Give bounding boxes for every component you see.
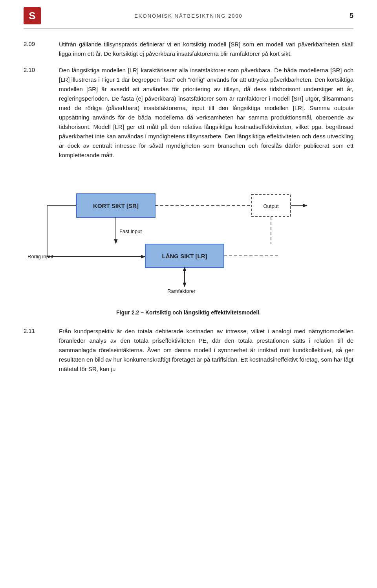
section-para-209-0: Utifrån gällande tillsynspraxis definier… <box>59 40 353 59</box>
diagram-container: KORT SIKT [SR] Fast input LÅNG SIKT [LR]… <box>24 174 353 300</box>
svg-text:Output: Output <box>263 203 278 209</box>
svg-text:Rörlig input: Rörlig input <box>27 254 53 259</box>
figure-caption: Figur 2.2 – Kortsiktig och långsiktig ef… <box>24 309 353 316</box>
section-para-210-0: Den långsiktiga modellen [LR] karaktäris… <box>59 66 353 160</box>
svg-text:Fast input: Fast input <box>119 228 142 234</box>
section-2-09: 2.09 Utifrån gällande tillsynspraxis def… <box>24 40 353 59</box>
section-number-209: 2.09 <box>24 40 59 59</box>
header-title: EKONOMISK NÄTBESIKTNING 2000 <box>41 13 336 19</box>
section-body-211: Från kundperspektiv är den totala debite… <box>59 327 353 374</box>
page-number: 5 <box>336 12 353 20</box>
section-body-209: Utifrån gällande tillsynspraxis definier… <box>59 40 353 59</box>
svg-text:S: S <box>29 10 35 22</box>
section-2-11: 2.11 Från kundperspektiv är den totala d… <box>24 327 353 374</box>
page-header: S EKONOMISK NÄTBESIKTNING 2000 5 <box>24 0 353 29</box>
diagram-svg: KORT SIKT [SR] Fast input LÅNG SIKT [LR]… <box>24 174 353 300</box>
section-number-210: 2.10 <box>24 66 59 160</box>
svg-text:KORT SIKT [SR]: KORT SIKT [SR] <box>93 202 139 209</box>
section-body-210: Den långsiktiga modellen [LR] karaktäris… <box>59 66 353 160</box>
section-para-211-0: Från kundperspektiv är den totala debite… <box>59 327 353 374</box>
logo-icon: S <box>24 7 41 24</box>
page: S EKONOMISK NÄTBESIKTNING 2000 5 2.09 Ut… <box>0 0 377 588</box>
svg-text:Ramfaktorer: Ramfaktorer <box>167 288 196 294</box>
section-2-10: 2.10 Den långsiktiga modellen [LR] karak… <box>24 66 353 160</box>
svg-text:LÅNG SIKT [LR]: LÅNG SIKT [LR] <box>162 253 207 259</box>
section-number-211: 2.11 <box>24 327 59 374</box>
